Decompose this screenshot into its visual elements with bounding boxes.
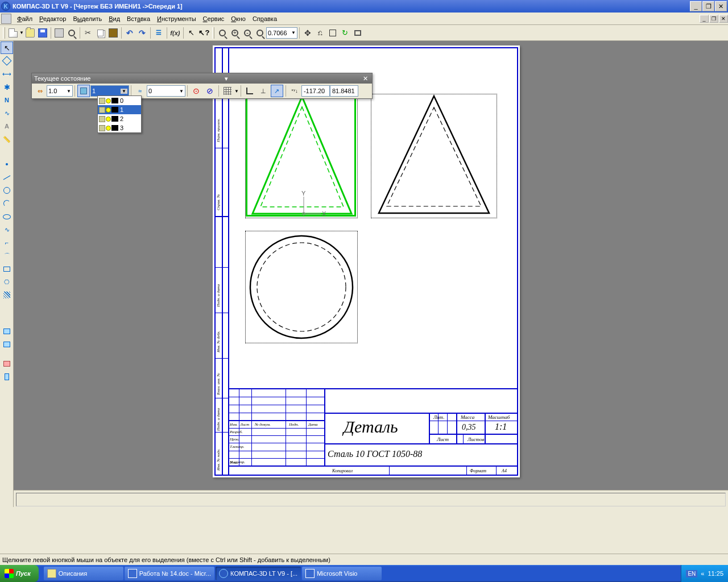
document-icon[interactable] [1,14,11,24]
paste-button[interactable] [107,27,119,39]
system-tray[interactable]: EN « 11:25 [681,565,728,582]
menu-tools[interactable]: Инструменты [154,14,200,23]
step-button[interactable]: ⇔ [34,85,46,97]
menu-view[interactable]: Вид [105,14,123,23]
zoom-prev-button[interactable]: ⎌ [314,27,326,39]
tool-library[interactable] [1,357,13,370]
variables-button[interactable]: f(x) [169,27,181,39]
tool-ellipse[interactable] [1,210,13,223]
snap-button[interactable]: ⊙ [190,85,202,97]
tool-arc[interactable] [1,197,13,210]
menu-file[interactable]: Файл [14,14,36,23]
tool-fillet[interactable]: ⌒ [1,250,13,262]
tool-dimension[interactable]: ⟷ [1,68,13,80]
linestyle-select[interactable]: 0▼ [147,85,185,97]
perp-button[interactable]: ⊥ [257,85,270,97]
close-button[interactable]: ✕ [715,1,727,11]
tool-params[interactable]: А [1,120,13,132]
mdi-restore[interactable]: ❐ [709,15,718,23]
floating-dropdown-icon[interactable]: ▾ [225,75,228,82]
tool-spline[interactable]: ∿ [1,223,13,236]
triangle-2[interactable] [371,94,497,218]
circle-1[interactable] [245,231,358,343]
whatsthis-button[interactable]: ↖? [198,27,210,39]
redo-button[interactable]: ↷ [136,27,148,39]
layer-item-3[interactable]: 3 [98,123,141,132]
print-button[interactable] [53,27,65,39]
task-item-3[interactable]: Microsoft Visio [302,567,382,580]
task-item-0[interactable]: Описания [44,567,123,580]
zoom-value-input[interactable]: 0.7066▼ [266,27,297,39]
task-item-2[interactable]: КОМПАС-3D LT V9 - [... [216,567,301,580]
menu-service[interactable]: Сервис [200,14,228,23]
open-button[interactable] [24,27,36,39]
zoom-out-button[interactable] [241,27,254,39]
refresh-button[interactable] [326,27,339,39]
local-coord-button[interactable]: ↗ [271,85,283,97]
menu-edit[interactable]: Редактор [36,14,69,23]
menu-select[interactable]: Выделить [69,14,105,23]
start-button[interactable]: Пуск [0,565,39,582]
tool-panel1[interactable] [1,325,13,338]
clock[interactable]: 11:25 [708,570,723,577]
menu-insert[interactable]: Вставка [123,14,154,23]
copy-button[interactable] [94,27,107,39]
floating-panel-title[interactable]: Текущее состояние ▾ ✕ [32,73,372,84]
layer-select[interactable]: 1▼ [90,85,129,97]
preview-button[interactable] [65,27,78,39]
tool-select[interactable]: ↖ [1,41,13,54]
coord-x-field[interactable]: -117.20 [301,85,330,97]
snap-toggle-button[interactable]: ⊘ [204,85,216,97]
zoom-window-button[interactable] [254,27,266,39]
redraw-button[interactable]: ↻ [339,27,351,39]
frame-button[interactable] [351,27,364,39]
menu-help[interactable]: Справка [249,14,280,23]
mdi-minimize[interactable]: _ [700,15,709,23]
layer-item-0[interactable]: 0 [98,96,141,105]
tool-text[interactable]: N [1,94,13,106]
minimize-button[interactable]: _ [690,1,702,11]
tool-edit[interactable]: ∿ [1,107,13,119]
tool-chamfer[interactable]: ⌐ [1,236,13,249]
grid-dropdown[interactable]: ▼ [234,89,239,94]
tool-measure[interactable]: 📏 [1,133,13,146]
property-box[interactable] [16,493,726,506]
properties-button[interactable]: ☰ [152,27,165,39]
tool-line[interactable] [1,171,13,184]
menu-window[interactable]: Окно [228,14,249,23]
new-dropdown[interactable]: ▼ [19,30,24,35]
layer-item-2[interactable]: 2 [98,114,141,123]
tool-geometry[interactable] [1,55,13,67]
grid-button[interactable] [221,85,234,97]
part-name: Деталь [344,417,398,436]
step-input[interactable]: 1.0▼ [47,85,73,97]
tool-polygon[interactable]: ⎔ [1,276,13,288]
save-button[interactable] [36,27,49,39]
task-item-1[interactable]: Работа № 14.doc - Micr... [125,567,214,580]
layer-item-1[interactable]: 1 [98,105,141,114]
tool-point[interactable] [1,158,13,171]
tool-rect[interactable] [1,263,13,275]
tool-panel2[interactable] [1,338,13,351]
floating-panel-current-state[interactable]: Текущее состояние ▾ ✕ ⇔ 1.0▼ 1▼ ≈ 0▼ ⊙ ⊘… [31,73,373,99]
mdi-close[interactable]: ✕ [719,15,728,23]
coord-y-field[interactable]: 81.8481 [330,85,358,97]
zoom-in-button[interactable] [229,27,241,39]
undo-button[interactable]: ↶ [123,27,136,39]
tool-symbols[interactable]: ✱ [1,81,13,93]
maximize-button[interactable]: ❐ [702,1,714,11]
cut-button[interactable]: ✂ [82,27,94,39]
tool-library2[interactable] [1,371,13,383]
new-button[interactable] [7,27,19,39]
pan-button[interactable]: ✥ [301,27,314,39]
zoom-all-button[interactable] [216,27,229,39]
tray-chevron[interactable]: « [701,570,704,577]
language-indicator[interactable]: EN [686,570,697,577]
tool-hatch[interactable] [1,289,13,301]
ortho-button[interactable] [243,85,256,97]
pointer-button[interactable]: ↖ [185,27,198,39]
layer-state-button[interactable] [77,85,90,97]
tool-circle[interactable] [1,184,13,197]
layer-dropdown-popup[interactable]: 0 1 2 3 [97,95,142,133]
floating-close-button[interactable]: ✕ [362,75,370,82]
